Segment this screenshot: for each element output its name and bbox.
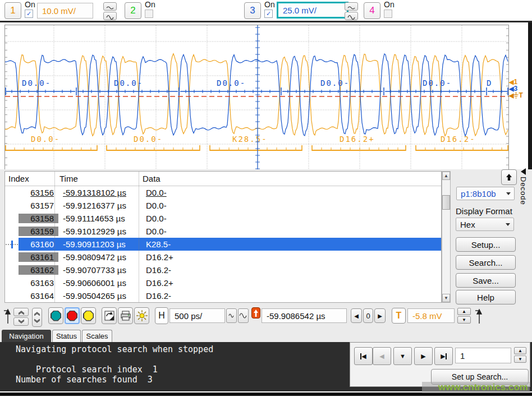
spin-down-icon[interactable]: ▼	[514, 356, 526, 363]
scrollbar-thumb[interactable]	[442, 195, 450, 210]
tab-navigation[interactable]: Navigation	[2, 330, 51, 342]
bus-decode-label: D	[487, 79, 492, 87]
result-menu-button[interactable]: ▼	[393, 347, 412, 365]
delay-right-button[interactable]: ▶	[374, 308, 386, 323]
decode-bus-select[interactable]: p1:8b10b	[456, 187, 515, 200]
channel-2-button[interactable]: 2	[125, 2, 141, 19]
level-marker-icon[interactable]	[474, 308, 484, 325]
zoom-in-wave-icon[interactable]	[226, 308, 237, 323]
channel-3-button[interactable]: 3	[244, 2, 261, 19]
zoom-out-wave-icon[interactable]	[238, 308, 249, 323]
horizontal-button[interactable]: H	[155, 307, 168, 324]
timebase-field[interactable]: 500 ps/	[169, 308, 225, 323]
marker-position-icon[interactable]	[3, 308, 13, 325]
cell-index: 63164	[19, 291, 58, 301]
stop-button[interactable]	[65, 307, 80, 324]
scale-down-large-wave-icon[interactable]	[345, 12, 358, 20]
channel-1-on-checkbox[interactable]: ✓	[25, 10, 33, 18]
trigger-position-button[interactable]	[251, 307, 260, 318]
channel-2-on-checkbox[interactable]	[145, 10, 153, 18]
run-icon	[51, 311, 61, 321]
search-button[interactable]: Search...	[456, 255, 516, 270]
table-row[interactable]: 63164 -59.90504265 µs D16.2-	[5, 289, 441, 302]
scale-up-small-wave-icon[interactable]	[103, 2, 117, 11]
decode-listing-table: Index Time Data 63156 -59.91318102 µs D0…	[4, 171, 442, 303]
column-header-data[interactable]: Data	[139, 174, 441, 183]
scroll-up-icon[interactable]: ▲	[442, 172, 450, 180]
chevron-down-icon[interactable]	[13, 317, 29, 326]
table-scrollbar[interactable]: ▲ ▼	[442, 171, 451, 303]
trigger-level-field[interactable]: -5.8 mV	[407, 308, 455, 323]
decode-tab-label: Decode	[519, 177, 528, 205]
channel-4-button[interactable]: 4	[364, 2, 380, 19]
trigger-cursor[interactable]	[255, 25, 260, 169]
table-row[interactable]: 63160 -59.90911203 µs K28.5-	[5, 238, 441, 251]
offset-stepper[interactable]	[32, 308, 42, 327]
table-row[interactable]: 63157 -59.91216377 µs D0.0-	[5, 199, 441, 212]
tab-scales[interactable]: Scales	[82, 330, 112, 342]
channel-1-button[interactable]: 1	[4, 2, 21, 19]
watermark: www.cntronics.com	[422, 382, 530, 393]
table-row[interactable]: 63161 -59.90809472 µs D16.2+	[5, 251, 441, 264]
scale-up-small-wave-icon[interactable]	[345, 2, 358, 11]
table-row[interactable]: 63159 -59.91012929 µs D0.0-	[5, 225, 441, 238]
scale-down-large-wave-icon[interactable]	[103, 12, 117, 20]
display-format-select[interactable]: Hex	[456, 218, 514, 231]
up-arrow-icon	[505, 173, 513, 181]
clear-display-button[interactable]	[102, 307, 117, 324]
waveform-plot[interactable]: D0.0-D0.0-D0.0-D0.0-D0.0-DD0.0-D0.0-K28.…	[4, 25, 509, 170]
spin-down-icon[interactable]: ▼	[457, 316, 471, 324]
save-button[interactable]: Save...	[456, 273, 516, 288]
delay-left-button[interactable]: ◀	[351, 308, 362, 323]
cell-index: 63159	[19, 227, 58, 236]
last-result-button[interactable]: ▶	[434, 347, 453, 365]
tab-status[interactable]: Status	[52, 330, 81, 342]
spin-up-icon[interactable]: ▲	[514, 347, 526, 354]
channel-3-scale-field[interactable]: 25.0 mV/	[277, 2, 348, 19]
help-button[interactable]: Help	[456, 290, 516, 304]
setup-button[interactable]: Setup...	[456, 237, 516, 252]
next-result-button[interactable]: ▶	[414, 347, 433, 365]
bus-decode-label: D0.0-	[134, 135, 163, 144]
cell-data: D0.0-	[143, 201, 441, 210]
channel-3-on-checkbox[interactable]: ✓	[264, 10, 273, 18]
brightness-button[interactable]	[134, 307, 149, 324]
right-edge-strip	[528, 22, 532, 169]
decode-side-tab[interactable]: Decode	[517, 168, 529, 205]
search-index-field[interactable]: 1	[455, 348, 511, 363]
channel-4-on-label: On	[384, 0, 395, 9]
cell-data: K28.5-	[143, 239, 441, 249]
table-row[interactable]: 63156 -59.91318102 µs D0.0-	[5, 186, 441, 199]
search-index-spinner: ▲ ▼	[514, 347, 526, 363]
spin-up-icon[interactable]: ▲	[457, 308, 471, 315]
trigger-button[interactable]: T	[392, 308, 406, 324]
left-arrow-icon: ◀	[509, 93, 513, 98]
delay-field[interactable]: -59.9086542 µs	[262, 308, 347, 323]
run-button[interactable]	[48, 307, 63, 324]
status-message: Navigating protocol search when stopped …	[16, 344, 213, 385]
toolbar: H 500 ps/ -59.9086542 µs ◀ 0 ▶ T -5.8 mV…	[0, 304, 532, 330]
delay-zero-button[interactable]: 0	[363, 308, 373, 323]
scroll-down-icon[interactable]: ▼	[442, 294, 450, 302]
cell-data: D16.2-	[143, 265, 441, 275]
chevron-up-icon[interactable]	[13, 308, 29, 316]
previous-result-button[interactable]: ◀	[373, 347, 391, 365]
single-button[interactable]	[81, 307, 96, 324]
cell-data: D16.2+	[143, 252, 441, 262]
waveform-svg: D0.0-D0.0-D0.0-D0.0-D0.0-DD0.0-D0.0-K28.…	[5, 25, 508, 169]
trigger-level-marker[interactable]: ◀ T	[509, 92, 523, 99]
column-header-time[interactable]: Time	[55, 174, 139, 183]
chevron-down-icon	[34, 319, 40, 323]
table-row[interactable]: 63162 -59.90707733 µs D16.2-	[5, 264, 441, 276]
table-row[interactable]: 63163 -59.90606001 µs D16.2+	[5, 276, 441, 289]
first-result-button[interactable]: ◀	[354, 347, 373, 365]
print-button[interactable]	[118, 307, 133, 324]
column-header-index[interactable]: Index	[5, 174, 55, 183]
table-row[interactable]: 63158 -59.91114653 µs D0.0-	[5, 212, 441, 225]
expand-up-button[interactable]	[501, 169, 517, 185]
dropdown-arrow-icon	[506, 192, 511, 195]
channel-1-scale-field[interactable]: 10.0 mV/	[37, 3, 93, 19]
row-marker-gutter	[5, 212, 19, 225]
ch3-reference-marker[interactable]: ◀3	[509, 85, 517, 92]
channel-4-on-checkbox[interactable]	[384, 10, 392, 18]
